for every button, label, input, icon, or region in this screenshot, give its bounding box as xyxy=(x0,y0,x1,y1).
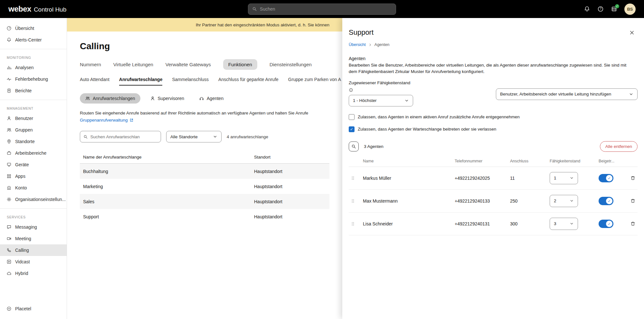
sidebar-item-messaging[interactable]: Messaging xyxy=(0,221,67,233)
pin-icon xyxy=(6,139,12,144)
checkbox-checked[interactable]: ✓ xyxy=(349,126,355,132)
subtab-gruppe-zum-parken[interactable]: Gruppe zum Parken von A xyxy=(288,77,341,86)
checkbox-unchecked[interactable] xyxy=(349,114,355,120)
help-icon: ? xyxy=(597,6,604,12)
person-icon xyxy=(150,96,155,101)
location-filter-dropdown[interactable]: Alle Standorte xyxy=(166,131,222,142)
gruppenanrufverwaltung-link[interactable]: Gruppenanrufverwaltung xyxy=(80,118,329,123)
chevron-down-icon xyxy=(570,176,574,180)
agent-search-button[interactable] xyxy=(349,141,359,151)
agent-skill-dropdown[interactable]: 3 xyxy=(550,218,578,230)
subtab-sammelanschluss[interactable]: Sammelanschluss xyxy=(172,77,209,86)
global-search[interactable] xyxy=(248,4,396,15)
queue-search-input[interactable] xyxy=(90,134,157,139)
sidebar-item-standorte[interactable]: Standorte xyxy=(0,136,67,147)
subtab-auto-attendant[interactable]: Auto Attendant xyxy=(80,77,109,86)
checkbox-join-leave-queue[interactable]: ✓ Zulassen, dass Agenten der Warteschlan… xyxy=(349,126,638,132)
trash-icon[interactable] xyxy=(630,175,636,181)
avatar[interactable]: BS xyxy=(624,4,636,15)
sidebar-item-gruppen[interactable]: Gruppen xyxy=(0,124,67,136)
tab-funktionen[interactable]: Funktionen xyxy=(223,59,257,70)
subtab-anschluss-geparkte-anrufe[interactable]: Anschluss für geparkte Anrufe xyxy=(218,77,279,86)
toggle-knob-check: ✓ xyxy=(606,221,612,227)
close-panel-button[interactable] xyxy=(630,30,634,35)
pill-supervisoren[interactable]: Supervisoren xyxy=(145,93,190,104)
help-button[interactable]: ? xyxy=(597,6,604,12)
sidebar-item-meeting[interactable]: Meeting xyxy=(0,233,67,244)
sidebar-item-organisationseinstellungen[interactable]: Organisationseinstellun... xyxy=(0,194,67,205)
table-row[interactable]: Marketing Hauptstandort xyxy=(80,179,329,194)
headset-icon xyxy=(199,96,204,101)
tab-diensteinstellungen[interactable]: Diensteinstellungen xyxy=(270,59,312,70)
cell-queue-name: Marketing xyxy=(80,184,251,189)
control-hub-label: Control Hub xyxy=(34,6,66,13)
chevron-right-icon xyxy=(368,43,372,47)
skill-level-dropdown[interactable]: 1 - Höchster xyxy=(349,95,413,106)
trash-icon[interactable] xyxy=(630,198,636,204)
subtab-anrufwarteschlange[interactable]: Anrufwarteschlange xyxy=(119,77,163,86)
table-row[interactable]: Buchhaltung Hauptstandort xyxy=(80,164,329,179)
agent-skill-dropdown[interactable]: 1 xyxy=(550,172,578,184)
sidebar-item-arbeitsbereiche[interactable]: Arbeitsbereiche xyxy=(0,147,67,159)
notifications-button[interactable] xyxy=(584,6,590,12)
checkbox-additional-calls[interactable]: Zulassen, dass Agenten in einem aktiven … xyxy=(349,114,638,120)
sidebar-item-hybrid[interactable]: Hybrid xyxy=(0,268,67,279)
main-tabs: Nummern Virtuelle Leitungen Verwaltete G… xyxy=(80,59,329,70)
add-agent-dropdown[interactable]: Benutzer, Arbeitsbereich oder virtuelle … xyxy=(496,88,638,100)
tab-virtuelle-leitungen[interactable]: Virtuelle Leitungen xyxy=(113,59,153,70)
pill-agenten[interactable]: Agenten xyxy=(194,93,229,104)
drag-handle[interactable] xyxy=(349,176,359,180)
monitor-icon xyxy=(6,162,12,167)
skill-level-value: 1 - Höchster xyxy=(353,98,377,103)
drag-handle[interactable] xyxy=(349,222,359,226)
sidebar-item-benutzer[interactable]: Benutzer xyxy=(0,113,67,124)
agent-table-header: Name Telefonnummer Anschluss Fähigkeiten… xyxy=(349,159,638,167)
person-icon xyxy=(6,116,12,121)
agent-phone: +4922129240133 xyxy=(451,198,506,204)
sidebar-label: Analysen xyxy=(15,65,34,70)
sidebar-item-uebersicht[interactable]: Übersicht xyxy=(0,23,67,34)
sidebar-item-apps[interactable]: Apps xyxy=(0,170,67,182)
toggle-knob-check: ✓ xyxy=(606,198,612,204)
sidebar-item-placetel[interactable]: Placetel xyxy=(0,303,67,314)
svg-text:?: ? xyxy=(600,7,601,11)
pulse-icon xyxy=(6,77,12,82)
queue-search[interactable] xyxy=(80,131,161,142)
joined-toggle[interactable]: ✓ xyxy=(599,174,613,182)
drag-handle[interactable] xyxy=(349,199,359,203)
table-row[interactable]: Support Hauptstandort xyxy=(80,209,329,224)
bell-icon xyxy=(6,37,12,42)
joined-toggle[interactable]: ✓ xyxy=(599,220,613,228)
info-icon[interactable] xyxy=(349,88,353,92)
column-header-beigetreten: Beigetr... xyxy=(595,159,626,163)
agent-phone: +4922129242025 xyxy=(451,176,506,181)
sidebar-label: Fehlerbehebung xyxy=(15,77,48,82)
chevron-down-icon xyxy=(570,199,574,203)
agent-name: Lisa Schneider xyxy=(359,221,451,226)
sidebar-item-alerts-center[interactable]: Alerts-Center xyxy=(0,34,67,46)
sidebar-item-fehlerbehebung[interactable]: Fehlerbehebung xyxy=(0,73,67,85)
joined-toggle[interactable]: ✓ xyxy=(599,197,613,205)
sidebar-item-analysen[interactable]: Analysen xyxy=(0,62,67,73)
sidebar-label: Organisationseinstellun... xyxy=(15,197,66,202)
remove-all-button[interactable]: Alle entfernen xyxy=(600,141,638,152)
agent-extension: 250 xyxy=(506,198,546,204)
tab-nummern[interactable]: Nummern xyxy=(80,59,101,70)
breadcrumb-uebersicht[interactable]: Übersicht xyxy=(349,42,366,47)
sidebar-item-vidcast[interactable]: Vidcast xyxy=(0,256,67,268)
tab-verwaltete-gateways[interactable]: Verwaltete Gateways xyxy=(166,59,211,70)
sidebar-item-konto[interactable]: Konto xyxy=(0,182,67,194)
trash-icon[interactable] xyxy=(630,221,636,226)
add-agent-value: Benutzer, Arbeitsbereich oder virtuelle … xyxy=(500,92,611,96)
sidebar-item-berichte[interactable]: Berichte xyxy=(0,85,67,96)
table-row[interactable]: Sales Hauptstandort xyxy=(80,194,329,209)
global-search-input[interactable] xyxy=(260,6,392,12)
sidebar-section-services: SERVICES xyxy=(0,211,67,221)
external-link-icon xyxy=(129,118,134,122)
setup-status-button[interactable]: ✓ xyxy=(611,6,617,12)
sidebar-item-geraete[interactable]: Geräte xyxy=(0,159,67,170)
pill-anrufwarteschlangen[interactable]: Anrufwarteschlangen xyxy=(80,93,140,104)
sidebar-label: Übersicht xyxy=(15,26,34,31)
sidebar-item-calling[interactable]: Calling xyxy=(0,244,67,256)
agent-skill-dropdown[interactable]: 2 xyxy=(550,195,578,207)
